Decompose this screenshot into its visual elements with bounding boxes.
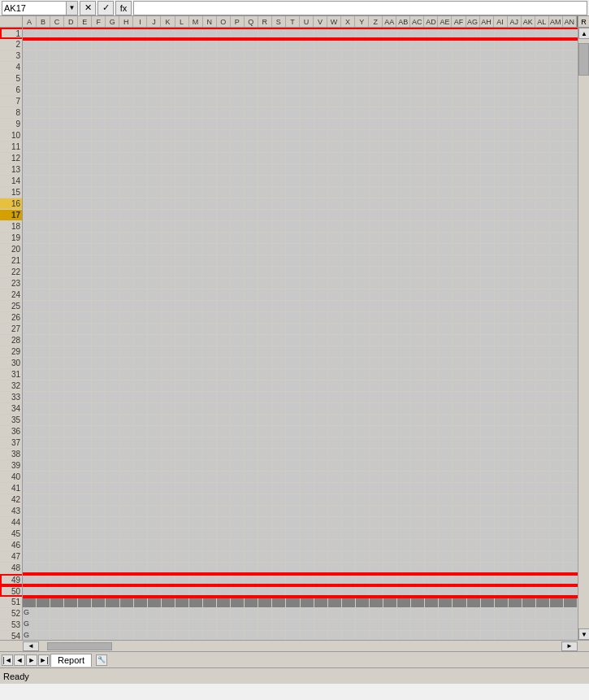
cell-F9[interactable] [92,119,106,129]
row-num-25[interactable]: 25 [0,301,22,312]
cell-AL20[interactable] [536,244,550,254]
cell-AC29[interactable] [411,346,425,357]
cell-O23[interactable] [217,278,231,289]
cell-N18[interactable] [203,221,217,232]
cell-AG27[interactable] [467,324,481,334]
cell-AC8[interactable] [411,107,425,118]
cell-AM19[interactable] [550,233,564,243]
cell-AL25[interactable] [536,301,550,311]
cell-F18[interactable] [92,221,106,232]
grid-row-23[interactable] [23,278,578,289]
cell-M50[interactable] [189,587,203,595]
cell-A18[interactable] [23,221,37,232]
cell-AD10[interactable] [425,130,439,141]
cell-W23[interactable] [328,278,342,289]
cell-C19[interactable] [50,233,64,243]
cell-AA15[interactable] [383,187,397,198]
cell-N34[interactable] [203,403,217,414]
cell-G29[interactable] [106,346,119,357]
cell-I36[interactable] [134,426,148,437]
cell-AE18[interactable] [439,221,453,232]
cell-S35[interactable] [272,415,286,425]
cell-E42[interactable] [78,494,92,505]
cell-G20[interactable] [106,244,119,254]
cell-O43[interactable] [217,506,231,516]
cell-D46[interactable] [64,540,78,550]
cell-AF40[interactable] [453,472,466,482]
cell-S3[interactable] [272,50,286,61]
cell-V35[interactable] [314,415,328,425]
cell-AC43[interactable] [411,506,425,516]
cell-P15[interactable] [231,187,245,198]
cell-AJ52[interactable] [509,608,522,619]
cell-M45[interactable] [189,528,203,539]
row-num-51[interactable]: 51 [0,597,22,608]
cell-V7[interactable] [314,96,328,107]
cell-AA2[interactable] [383,39,397,50]
cell-E19[interactable] [78,233,92,243]
cell-C47[interactable] [50,551,64,562]
cell-AL13[interactable] [536,164,550,175]
cell-Q54[interactable] [245,631,258,640]
cell-M44[interactable] [189,517,203,528]
cell-AL4[interactable] [536,62,550,72]
cell-AB32[interactable] [397,380,411,391]
cell-AJ3[interactable] [509,50,522,61]
cell-AG8[interactable] [467,107,481,118]
cell-K46[interactable] [162,540,175,550]
cell-AG26[interactable] [467,312,481,323]
cell-X44[interactable] [342,517,356,528]
cell-AN44[interactable] [564,517,578,528]
cell-AN28[interactable] [564,335,578,346]
cell-Z20[interactable] [370,244,383,254]
cell-O15[interactable] [217,187,231,198]
cell-AG33[interactable] [467,392,481,402]
cell-AM2[interactable] [550,39,564,50]
cell-E35[interactable] [78,415,92,425]
cell-C9[interactable] [50,119,64,129]
cell-S20[interactable] [272,244,286,254]
cell-AM35[interactable] [550,415,564,425]
cell-O42[interactable] [217,494,231,505]
cell-T13[interactable] [286,164,300,175]
cell-AG38[interactable] [467,449,481,459]
cell-I35[interactable] [134,415,148,425]
cell-G37[interactable] [106,437,119,448]
cell-H11[interactable] [120,141,134,152]
cell-AJ41[interactable] [509,483,522,493]
cell-AE6[interactable] [439,85,453,95]
cell-AE38[interactable] [439,449,453,459]
cell-G26[interactable] [106,312,119,323]
cell-AM27[interactable] [550,324,564,334]
cell-AH26[interactable] [481,312,495,323]
cell-AJ7[interactable] [509,96,522,107]
cell-AJ24[interactable] [509,289,522,300]
cell-P18[interactable] [231,221,245,232]
cell-AF48[interactable] [453,563,466,573]
cell-I18[interactable] [134,221,148,232]
cell-P21[interactable] [231,255,245,266]
cell-AH35[interactable] [481,415,495,425]
cell-Z28[interactable] [370,335,383,346]
cell-L32[interactable] [175,380,189,391]
cell-AK27[interactable] [522,324,536,334]
cell-S43[interactable] [272,506,286,516]
cell-L40[interactable] [175,472,189,482]
cell-AL21[interactable] [536,255,550,266]
cell-N15[interactable] [203,187,217,198]
cell-T48[interactable] [286,563,300,573]
cell-Z43[interactable] [370,506,383,516]
col-header-H[interactable]: H [119,16,133,27]
cell-AJ36[interactable] [509,426,522,437]
cell-E47[interactable] [78,551,92,562]
cell-U41[interactable] [301,483,314,493]
cell-S27[interactable] [272,324,286,334]
cell-S18[interactable] [272,221,286,232]
cell-G13[interactable] [106,164,119,175]
cell-W52[interactable] [328,608,342,619]
cell-AB6[interactable] [397,85,411,95]
col-header-N[interactable]: N [203,16,217,27]
cell-AD7[interactable] [425,96,439,107]
cell-AB7[interactable] [397,96,411,107]
cell-AN6[interactable] [564,85,578,95]
